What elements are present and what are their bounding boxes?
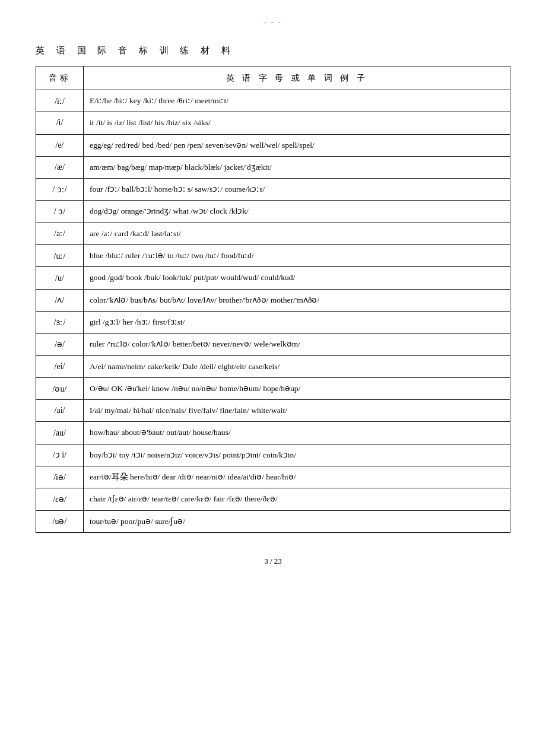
table-row: /uə/tour/tuə/ poor/puə/ sure/ʃuə/ [36,510,510,532]
example-cell: E/iː/he /hiː/ key /kiː/ three /θriː/ mee… [84,90,510,112]
example-cell: blue /bluː/ ruler /'ruːlə/ to /tuː/ two … [84,245,510,267]
example-cell: ruler /'ruːlə/ color/'kʌlə/ better/betə/… [84,333,510,355]
table-row: /ɜː/girl /gɜːl/ her /hɜː/ first/fɜːst/ [36,311,510,333]
phoneme-cell: /ei/ [36,355,84,377]
col-examples-header: 英 语 字 母 或 单 词 例 子 [84,66,510,90]
phoneme-cell: /ɜː/ [36,311,84,333]
col-phoneme-header: 音标 [36,66,84,90]
example-cell: how/hau/ about/ə'baut/ out/aut/ house/ha… [84,422,510,444]
table-row: / ɔː/four /fɔː/ ball/bɔːl/ horse/hɔː s/ … [36,179,510,201]
phoneme-cell: /uə/ [36,510,84,532]
phoneme-cell: /u/ [36,267,84,289]
example-cell: chair /tʃεə/ air/εə/ tear/tεə/ care/kεə/… [84,488,510,510]
table-row: /iː/E/iː/he /hiː/ key /kiː/ three /θriː/… [36,90,510,112]
example-cell: good /gud/ book /buk/ look/luk/ put/put/… [84,267,510,289]
phoneme-cell: /uː/ [36,245,84,267]
table-row: /ei/A/ei/ name/neim/ cake/keik/ Dale /de… [36,355,510,377]
phoneme-cell: / ɔː/ [36,179,84,201]
phoneme-cell: /εə/ [36,488,84,510]
example-cell: I/ai/ my/mai/ hi/hai/ nice/nais/ five/fa… [84,400,510,422]
page-title: 英 语 国 际 音 标 训 练 材 料 [36,45,510,56]
example-cell: girl /gɜːl/ her /hɜː/ first/fɜːst/ [84,311,510,333]
example-cell: tour/tuə/ poor/puə/ sure/ʃuə/ [84,510,510,532]
example-cell: am/æm/ bag/bæg/ map/mæp/ black/blæk/ jac… [84,156,510,178]
example-cell: color/'kʌlə/ bus/bʌs/ but/bʌt/ love/lʌv/… [84,289,510,311]
example-cell: egg/eg/ red/red/ bed /bed/ pen /pen/ sev… [84,134,510,156]
example-cell: boy/bɔi/ toy /tɔi/ noise/nɔiz/ voice/vɔi… [84,444,510,466]
table-row: /aː/are /aː/ card /kaːd/ last/laːst/ [36,223,510,244]
table-row: /i/it /it/ is /iz/ list /list/ his /hiz/… [36,112,510,134]
example-cell: A/ei/ name/neim/ cake/keik/ Dale /deil/ … [84,355,510,377]
phoneme-cell: /ʌ/ [36,289,84,311]
page-header: - - - [36,18,510,27]
phoneme-cell: /e/ [36,134,84,156]
phoneme-cell: /æ/ [36,156,84,178]
phoneme-cell: /ə/ [36,333,84,355]
example-cell: it /it/ is /iz/ list /list/ his /hiz/ si… [84,112,510,134]
table-row: /æ/am/æm/ bag/bæg/ map/mæp/ black/blæk/ … [36,156,510,178]
phoneme-cell: /i/ [36,112,84,134]
phoneme-cell: / ɔ/ [36,201,84,223]
table-row: /ai/I/ai/ my/mai/ hi/hai/ nice/nais/ fiv… [36,400,510,422]
page-footer: 3 / 23 [36,557,510,566]
phoneme-cell: /aː/ [36,223,84,244]
example-cell: O/əu/ OK /əu'kei/ know /nəu/ no/nəu/ hom… [84,377,510,399]
table-row: /ʌ/color/'kʌlə/ bus/bʌs/ but/bʌt/ love/l… [36,289,510,311]
phoneme-cell: /au/ [36,422,84,444]
table-row: /əu/O/əu/ OK /əu'kei/ know /nəu/ no/nəu/… [36,377,510,399]
phonetics-table: 音标 英 语 字 母 或 单 词 例 子 /iː/E/iː/he /hiː/ k… [36,66,510,533]
phoneme-cell: /ɔ i/ [36,444,84,466]
table-row: /u/good /gud/ book /buk/ look/luk/ put/p… [36,267,510,289]
table-row: /au/how/hau/ about/ə'baut/ out/aut/ hous… [36,422,510,444]
example-cell: dog/dɔg/ orange/'ɔrindʒ/ what /wɔt/ cloc… [84,201,510,223]
phoneme-cell: /ai/ [36,400,84,422]
example-cell: four /fɔː/ ball/bɔːl/ horse/hɔː s/ saw/s… [84,179,510,201]
table-row: /e/egg/eg/ red/red/ bed /bed/ pen /pen/ … [36,134,510,156]
table-row: /εə/chair /tʃεə/ air/εə/ tear/tεə/ care/… [36,488,510,510]
table-row: /uː/blue /bluː/ ruler /'ruːlə/ to /tuː/ … [36,245,510,267]
table-row: /ɔ i/boy/bɔi/ toy /tɔi/ noise/nɔiz/ voic… [36,444,510,466]
table-row: / ɔ/dog/dɔg/ orange/'ɔrindʒ/ what /wɔt/ … [36,201,510,223]
phoneme-cell: /iː/ [36,90,84,112]
example-cell: are /aː/ card /kaːd/ last/laːst/ [84,223,510,244]
phoneme-cell: /iə/ [36,466,84,488]
table-row: /ə/ruler /'ruːlə/ color/'kʌlə/ better/be… [36,333,510,355]
table-row: /iə/ear/iə/耳朵 here/hiə/ dear /diə/ near/… [36,466,510,488]
example-cell: ear/iə/耳朵 here/hiə/ dear /diə/ near/niə/… [84,466,510,488]
phoneme-cell: /əu/ [36,377,84,399]
